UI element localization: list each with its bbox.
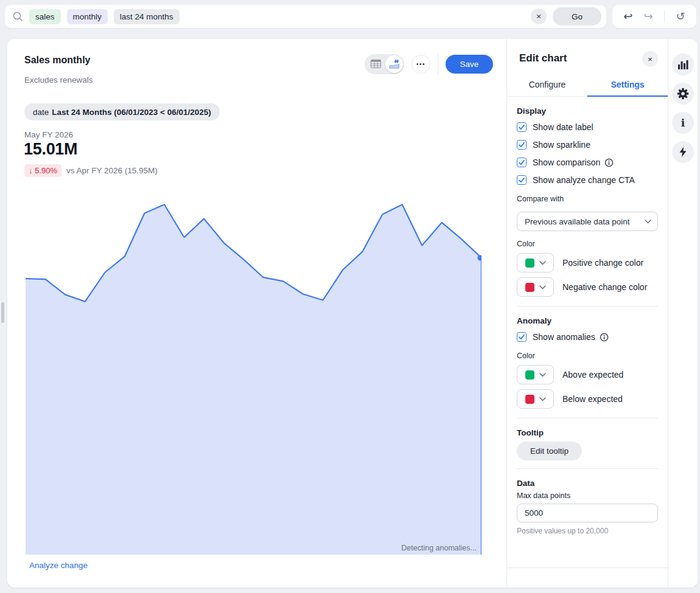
option-show-analyze-cta[interactable]: Show analyze change CTA: [517, 174, 658, 186]
save-button[interactable]: Save: [446, 55, 493, 74]
checkbox-checked[interactable]: [517, 332, 527, 342]
chevron-down-icon: [539, 373, 546, 377]
tab-settings[interactable]: Settings: [587, 78, 668, 96]
swatch-label: Negative change color: [562, 282, 647, 292]
panel-resize-handle[interactable]: [1, 302, 4, 323]
kpi-value: 15.01M: [24, 140, 77, 159]
info-icon[interactable]: i: [672, 112, 694, 134]
edit-tooltip-button[interactable]: Edit tooltip: [517, 442, 582, 460]
analyze-change-link[interactable]: Analyze change: [29, 561, 88, 570]
chevron-down-icon: [645, 220, 651, 224]
color-label: Color: [517, 240, 658, 248]
negative-color-picker[interactable]: [517, 277, 554, 297]
compare-with-label: Compare with: [517, 195, 658, 203]
anomaly-status-text: Detecting anomalies...: [401, 544, 477, 552]
panel-bottom-divider: [507, 567, 668, 568]
anomaly-heading: Anomaly: [517, 316, 658, 325]
info-icon[interactable]: [600, 333, 609, 342]
sparkline-svg: [26, 201, 481, 555]
close-icon[interactable]: ×: [642, 51, 658, 67]
max-data-points-label: Max data points: [517, 491, 658, 500]
reset-icon[interactable]: ↺: [676, 11, 685, 22]
panel-body: Display Show date label Show sparkline S…: [507, 106, 668, 535]
compare-with-select[interactable]: Previous available data point: [517, 212, 658, 231]
edit-chart-panel: Edit chart × Configure Settings Display …: [506, 39, 668, 588]
sparkline-area: [26, 204, 481, 555]
positive-color-picker[interactable]: [517, 253, 554, 272]
select-value: Previous available data point: [525, 217, 645, 226]
clear-search-button[interactable]: ×: [531, 9, 547, 24]
toolbar-divider: [438, 54, 438, 74]
panel-header: Edit chart ×: [507, 39, 668, 78]
positive-color-row: Positive change color: [517, 253, 658, 272]
more-options-button[interactable]: •••: [411, 55, 430, 74]
checkbox-checked[interactable]: [517, 122, 527, 132]
search-token-range[interactable]: last 24 months: [114, 9, 180, 24]
red-swatch: [525, 395, 534, 404]
change-badge: ↓ 5.90%: [24, 164, 61, 177]
data-heading: Data: [517, 479, 658, 488]
info-icon[interactable]: [604, 158, 614, 167]
go-button[interactable]: Go: [553, 7, 601, 26]
history-toolbar: ↩ ↪ ↺: [612, 5, 696, 28]
section-divider: [517, 306, 658, 307]
option-show-sparkline[interactable]: Show sparkline: [517, 139, 658, 151]
chevron-down-icon: [539, 397, 546, 401]
toolbar-divider: [664, 10, 665, 23]
section-divider: [517, 418, 658, 418]
search-bar[interactable]: sales monthly last 24 months × Go: [5, 5, 606, 28]
chevron-down-icon: [539, 261, 546, 265]
table-view-icon[interactable]: [366, 55, 385, 73]
max-data-points-input[interactable]: [517, 504, 658, 522]
chart-toolbar: ••• Save: [365, 54, 493, 74]
above-expected-color-picker[interactable]: [517, 365, 554, 384]
option-show-anomalies[interactable]: Show anomalies: [517, 331, 658, 343]
tab-configure[interactable]: Configure: [507, 78, 587, 96]
search-token-sales[interactable]: sales: [29, 9, 61, 24]
undo-icon[interactable]: ↩: [623, 11, 632, 22]
option-show-date-label[interactable]: Show date label: [517, 121, 658, 133]
date-filter-pill[interactable]: date Last 24 Months (06/01/2023 < 06/01/…: [24, 103, 220, 120]
chart-main-area: Sales monthly Excludes renewals: [7, 39, 506, 588]
option-label: Show sparkline: [533, 140, 590, 150]
change-badge-text: ↓ 5.90%: [29, 166, 57, 175]
chevron-down-icon: [539, 285, 546, 290]
panel-tabs: Configure Settings: [507, 78, 668, 97]
view-toggle: [365, 54, 404, 74]
kpi-change-row: ↓ 5.90% vs Apr FY 2026 (15.95M): [24, 164, 158, 177]
search-icon: [12, 11, 23, 22]
swatch-label: Below expected: [562, 394, 623, 404]
below-expected-row: Below expected: [517, 389, 658, 409]
negative-color-row: Negative change color: [517, 277, 658, 297]
display-heading: Display: [517, 106, 658, 116]
bar-chart-icon[interactable]: [672, 54, 694, 75]
kpi-period-label: May FY 2026: [24, 130, 73, 139]
gear-icon[interactable]: [672, 83, 694, 105]
green-swatch: [525, 370, 534, 380]
section-divider: [517, 468, 658, 469]
tooltip-heading: Tooltip: [517, 428, 658, 437]
chart-view-icon[interactable]: [385, 55, 403, 73]
checkbox-checked[interactable]: [517, 175, 527, 185]
checkbox-checked[interactable]: [517, 140, 527, 150]
option-show-comparison[interactable]: Show comparison: [517, 156, 658, 168]
filter-value: Last 24 Months (06/01/2023 < 06/01/2025): [52, 108, 211, 117]
green-swatch: [525, 258, 534, 268]
red-swatch: [525, 283, 534, 292]
search-token-monthly[interactable]: monthly: [67, 9, 108, 24]
page-title: Sales monthly: [24, 55, 90, 66]
chart-card: Sales monthly Excludes renewals: [7, 39, 698, 588]
change-comparison: vs Apr FY 2026 (15.95M): [66, 166, 158, 175]
lightning-icon[interactable]: [672, 141, 694, 163]
input-helper-text: Positive values up to 20,000: [517, 527, 658, 535]
below-expected-color-picker[interactable]: [517, 389, 554, 409]
option-label: Show anomalies: [533, 332, 609, 342]
sparkline-chart[interactable]: Detecting anomalies...: [26, 201, 481, 555]
panel-title: Edit chart: [519, 52, 567, 64]
icon-rail: i: [668, 39, 698, 588]
option-label: Show analyze change CTA: [533, 175, 635, 185]
checkbox-checked[interactable]: [517, 158, 527, 167]
redo-icon[interactable]: ↪: [644, 11, 653, 22]
page-subtitle: Excludes renewals: [24, 75, 93, 85]
option-label: Show date label: [533, 122, 593, 132]
